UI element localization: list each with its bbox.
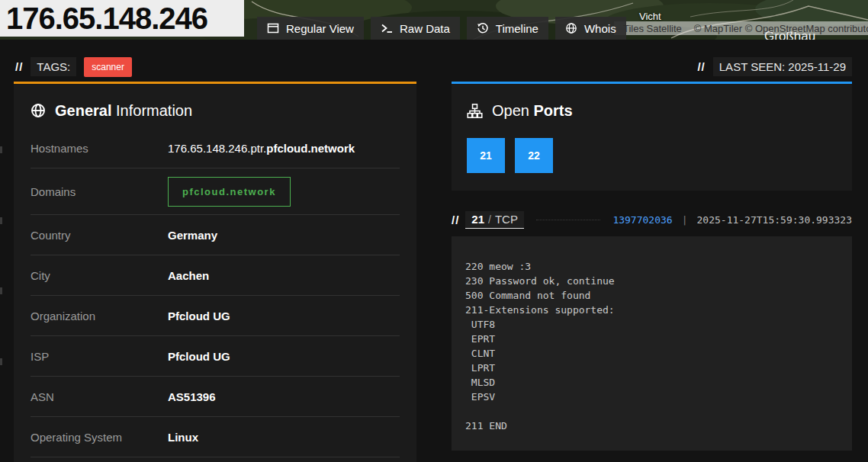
info-value: pfcloud.network bbox=[168, 177, 291, 207]
port-list: 2122 bbox=[467, 138, 837, 173]
map-attribution: Tiles Satellite © MapTiler © OpenStreetM… bbox=[614, 21, 868, 35]
info-label: City bbox=[31, 269, 168, 282]
info-row: Domainspfcloud.network bbox=[31, 168, 400, 215]
info-row: OrganizationPfcloud UG bbox=[31, 296, 400, 336]
info-row: ASNAS51396 bbox=[31, 377, 400, 417]
tab-label: Timeline bbox=[496, 22, 538, 35]
last-seen-bar: // LAST SEEN: 2025-11-29 bbox=[697, 56, 852, 76]
card-title-light: Open bbox=[492, 102, 529, 119]
map-tiles-label: Tiles Satellite bbox=[623, 23, 682, 34]
info-row: CountryGermany bbox=[31, 215, 400, 255]
service-banner-box: 220 meow :3 230 Password ok, continue 50… bbox=[452, 236, 852, 451]
tab-timeline[interactable]: Timeline bbox=[467, 17, 548, 40]
info-value: Pfcloud UG bbox=[168, 350, 230, 363]
domain-button[interactable]: pfcloud.network bbox=[168, 177, 291, 207]
dotted-leader bbox=[536, 220, 600, 220]
card-title-strong: Ports bbox=[534, 102, 573, 119]
slashes-decor: // bbox=[452, 213, 459, 226]
info-value: AS51396 bbox=[168, 390, 216, 403]
info-row: Hostnames176.65.148.246.ptr.pfcloud.netw… bbox=[31, 128, 400, 168]
general-information-title: General Information bbox=[31, 101, 400, 120]
general-info-rows: Hostnames176.65.148.246.ptr.pfcloud.netw… bbox=[31, 128, 400, 457]
service-port: 21 bbox=[471, 213, 484, 226]
ftp-banner-text: 220 meow :3 230 Password ok, continue 50… bbox=[452, 236, 852, 451]
globe-icon bbox=[31, 103, 46, 118]
ip-title-box: 176.65.148.246 bbox=[0, 0, 244, 37]
info-value: Aachen bbox=[168, 269, 209, 282]
whois-icon bbox=[565, 22, 577, 34]
open-ports-card: Open Ports 2122 bbox=[452, 82, 852, 191]
tab-regular-view[interactable]: Regular View bbox=[257, 17, 364, 40]
tab-whois[interactable]: Whois bbox=[555, 17, 626, 40]
open-ports-title: Open Ports bbox=[467, 101, 837, 120]
edge-mark bbox=[0, 217, 2, 224]
service-port-link[interactable]: 21 / TCP bbox=[465, 211, 524, 229]
edge-mark bbox=[0, 287, 2, 294]
map-credits: © MapTiler © OpenStreetMap contributors bbox=[694, 23, 868, 34]
tab-label: Raw Data bbox=[400, 22, 450, 35]
sitemap-icon bbox=[467, 104, 483, 118]
last-seen-value: LAST SEEN: 2025-11-29 bbox=[713, 57, 852, 76]
banner-timestamp: 2025-11-27T15:59:30.993323 bbox=[697, 214, 853, 226]
info-label: ISP bbox=[31, 350, 168, 363]
pipe-separator: | bbox=[682, 214, 688, 226]
info-label: Operating System bbox=[31, 431, 168, 444]
info-label: Country bbox=[31, 229, 168, 242]
tag-list: scanner bbox=[84, 59, 132, 73]
regular-view-icon bbox=[267, 22, 279, 34]
tab-label: Regular View bbox=[286, 22, 354, 35]
tab-raw-data[interactable]: Raw Data bbox=[371, 17, 460, 40]
slashes-decor: // bbox=[15, 60, 23, 73]
info-value: 176.65.148.246.ptr.pfcloud.network bbox=[168, 142, 355, 155]
info-label: ASN bbox=[31, 390, 168, 403]
info-row: CityAachen bbox=[31, 255, 400, 296]
raw-data-icon bbox=[381, 22, 393, 34]
tags-label: TAGS: bbox=[31, 57, 76, 76]
service-21-header: // 21 / TCP 1397702036 | 2025-11-27T15:5… bbox=[452, 212, 852, 227]
port-button-22[interactable]: 22 bbox=[515, 138, 553, 173]
edge-mark bbox=[0, 146, 2, 153]
tab-label: Whois bbox=[584, 22, 616, 35]
general-information-card: General Information Hostnames176.65.148.… bbox=[14, 82, 416, 462]
info-value: Germany bbox=[168, 229, 217, 242]
info-label: Organization bbox=[31, 310, 168, 322]
view-tabs: Regular ViewRaw DataTimelineWhois bbox=[257, 17, 626, 40]
host-detail-page: VichtGroßhau Tiles Satellite © MapTiler … bbox=[0, 0, 868, 462]
edge-mark bbox=[0, 358, 2, 365]
info-value: Pfcloud UG bbox=[168, 310, 230, 322]
timeline-icon bbox=[477, 22, 489, 34]
info-value: Linux bbox=[168, 431, 198, 444]
info-row: ISPPfcloud UG bbox=[31, 336, 400, 377]
port-button-21[interactable]: 21 bbox=[467, 138, 505, 173]
tag-badge[interactable]: scanner bbox=[84, 57, 132, 77]
info-row: Operating SystemLinux bbox=[31, 417, 400, 457]
service-protocol: TCP bbox=[495, 213, 518, 226]
info-label: Domains bbox=[31, 185, 168, 198]
tags-bar: // TAGS: scanner bbox=[15, 56, 132, 76]
info-label: Hostnames bbox=[31, 142, 168, 155]
card-title-strong: General bbox=[55, 102, 111, 119]
card-title-light: Information bbox=[116, 102, 192, 119]
service-divider: / bbox=[488, 213, 491, 226]
banner-hash-link[interactable]: 1397702036 bbox=[612, 214, 672, 226]
hostname-domain: pfcloud.network bbox=[266, 142, 355, 155]
slashes-decor: // bbox=[697, 60, 705, 73]
hostname-prefix: 176.65.148.246.ptr. bbox=[168, 142, 266, 155]
ip-address: 176.65.148.246 bbox=[0, 0, 207, 37]
